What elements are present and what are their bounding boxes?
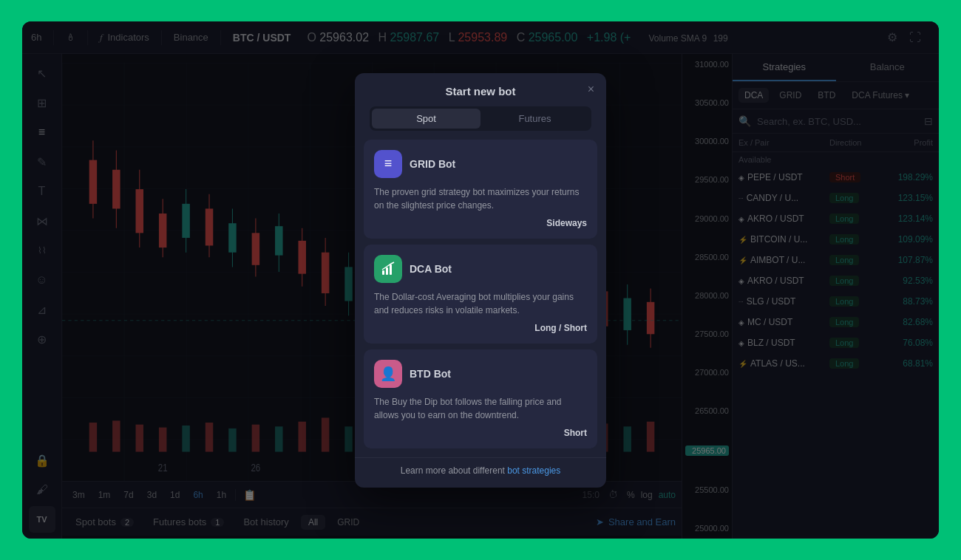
- grid-bot-tag: Sideways: [374, 218, 587, 228]
- btd-bot-card[interactable]: 👤 BTD Bot The Buy the Dip bot follows th…: [364, 349, 597, 448]
- app-container: 6h 🕯 𝑓 Indicators Binance BTC / USDT O 2…: [22, 21, 939, 539]
- modal-title: Start new bot: [445, 85, 515, 98]
- btd-bot-icon: 👤: [374, 360, 402, 388]
- svg-rect-84: [390, 264, 392, 275]
- grid-bot-header: ≡ GRID Bot: [374, 150, 587, 178]
- btd-bot-tag: Short: [374, 428, 587, 438]
- grid-bot-desc: The proven grid strategy bot maximizes y…: [374, 185, 587, 212]
- modal-tabs: Spot Futures: [370, 106, 591, 131]
- dca-bot-tag: Long / Short: [374, 323, 587, 333]
- footer-link[interactable]: bot strategies: [507, 465, 560, 476]
- svg-rect-82: [382, 270, 384, 275]
- dca-bot-desc: The Dollar-cost Averaging bot multiplies…: [374, 290, 587, 317]
- dca-bot-name: DCA Bot: [410, 263, 452, 275]
- modal-body: ≡ GRID Bot The proven grid strategy bot …: [355, 140, 606, 457]
- svg-rect-83: [386, 267, 388, 275]
- btd-bot-header: 👤 BTD Bot: [374, 360, 587, 388]
- grid-bot-icon: ≡: [374, 150, 402, 178]
- modal-tab-futures[interactable]: Futures: [480, 109, 589, 129]
- grid-bot-name: GRID Bot: [410, 158, 455, 170]
- start-new-bot-modal: Start new bot × Spot Futures ≡ GRID Bot: [355, 73, 606, 488]
- btd-bot-desc: The Buy the Dip bot follows the falling …: [374, 395, 587, 422]
- btd-bot-name: BTD Bot: [410, 368, 451, 380]
- modal-overlay[interactable]: Start new bot × Spot Futures ≡ GRID Bot: [22, 21, 939, 539]
- dca-bot-header: DCA Bot: [374, 255, 587, 283]
- modal-footer: Learn more about different bot strategie…: [355, 457, 606, 488]
- footer-text: Learn more about different: [401, 465, 508, 476]
- dca-bot-card[interactable]: DCA Bot The Dollar-cost Averaging bot mu…: [364, 245, 597, 344]
- modal-close-button[interactable]: ×: [588, 83, 594, 96]
- modal-tab-spot[interactable]: Spot: [372, 109, 480, 129]
- dca-bot-icon: [374, 255, 402, 283]
- modal-header: Start new bot ×: [355, 73, 606, 106]
- grid-bot-card[interactable]: ≡ GRID Bot The proven grid strategy bot …: [364, 140, 597, 239]
